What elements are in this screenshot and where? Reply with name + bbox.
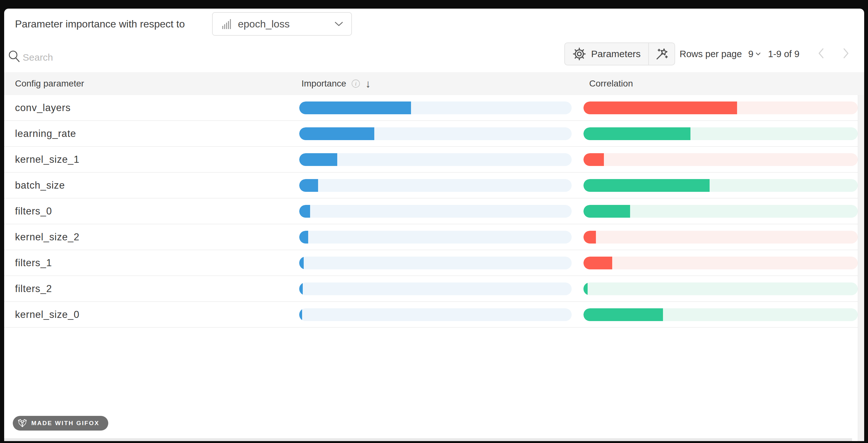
config-parameter-label: conv_layers (15, 95, 70, 120)
rows-per-page-value: 9 (748, 49, 753, 59)
fox-icon (17, 419, 28, 428)
magic-wand-icon (655, 47, 669, 61)
importance-bar-fill (299, 153, 337, 166)
importance-bar-track (299, 205, 571, 218)
correlation-bar-fill (584, 282, 588, 295)
parameters-button-label: Parameters (591, 49, 641, 59)
importance-bar-fill (299, 101, 411, 114)
made-with-gifox-badge: MADE WITH GIFOX (13, 416, 108, 431)
metric-dropdown-value: epoch_loss (238, 18, 334, 30)
config-parameter-label: filters_2 (15, 276, 52, 301)
correlation-bar-fill (584, 308, 663, 321)
correlation-bar-fill (584, 205, 630, 218)
config-parameter-label: batch_size (15, 173, 65, 198)
column-header-config-parameter: Config parameter (15, 72, 84, 95)
chevron-left-icon (816, 47, 826, 60)
importance-bar-fill (299, 127, 374, 140)
gifox-badge-label: MADE WITH GIFOX (31, 420, 99, 427)
pagination-controls (815, 42, 852, 65)
importance-bar-track (299, 308, 571, 321)
bottom-panel-edge (4, 438, 852, 441)
table-row[interactable]: filters_0 (4, 198, 858, 224)
metric-dropdown[interactable]: epoch_loss (212, 12, 352, 36)
svg-text:i: i (355, 81, 357, 87)
search-input[interactable] (22, 49, 311, 66)
correlation-bar-fill (584, 127, 690, 140)
importance-bar-track (299, 101, 571, 114)
bar-chart-icon (222, 19, 231, 29)
parameter-importance-panel: Parameter importance with respect to epo… (4, 9, 864, 441)
chevron-down-small-icon (755, 52, 761, 56)
rows-per-page-select[interactable]: 9 (748, 49, 761, 59)
correlation-bar-track (584, 127, 858, 140)
correlation-bar-fill (584, 179, 710, 192)
gear-icon (572, 47, 586, 61)
table-row[interactable]: filters_1 (4, 250, 858, 276)
importance-bar-track (299, 179, 571, 192)
importance-bar-track (299, 282, 571, 295)
manage-columns-button-group: Parameters (564, 42, 675, 65)
column-header-importance: Importance i ↓ (302, 72, 371, 95)
config-parameter-label: kernel_size_2 (15, 224, 80, 250)
importance-bar-fill (299, 231, 308, 244)
correlation-bar-track (584, 179, 858, 192)
correlation-bar-fill (584, 153, 604, 166)
importance-bar-fill (299, 308, 302, 321)
next-page-button[interactable] (840, 45, 852, 62)
correlation-bar-track (584, 205, 858, 218)
magic-wand-button[interactable] (648, 43, 675, 65)
column-header-correlation: Correlation (589, 72, 633, 95)
importance-bar-track (299, 153, 571, 166)
correlation-bar-fill (584, 257, 612, 270)
importance-bar-track (299, 127, 571, 140)
rows-per-page-control: Rows per page 9 (680, 42, 761, 65)
correlation-bar-track (584, 153, 858, 166)
table-body: conv_layers learning_rate kernel_size_1 … (4, 95, 858, 328)
config-parameter-label: filters_1 (15, 250, 52, 276)
pagination-range: 1-9 of 9 (768, 42, 799, 65)
parameters-button[interactable]: Parameters (565, 43, 648, 65)
importance-bar-fill (299, 282, 303, 295)
importance-bar-track (299, 231, 571, 244)
correlation-bar-track (584, 257, 858, 270)
vertical-scrollbar-track[interactable] (858, 95, 864, 441)
correlation-bar-track (584, 101, 858, 114)
table-row[interactable]: filters_2 (4, 276, 858, 302)
table-row[interactable]: kernel_size_1 (4, 147, 858, 173)
chevron-right-icon (841, 47, 850, 60)
table-row[interactable]: batch_size (4, 173, 858, 198)
correlation-bar-track (584, 308, 858, 321)
rows-per-page-label: Rows per page (680, 49, 742, 59)
table-row[interactable]: kernel_size_0 (4, 302, 858, 328)
importance-bar-fill (299, 179, 318, 192)
table-row[interactable]: learning_rate (4, 121, 858, 147)
sort-descending-arrow-icon[interactable]: ↓ (365, 78, 371, 89)
correlation-bar-track (584, 231, 858, 244)
chevron-down-icon (334, 21, 344, 27)
config-parameter-label: kernel_size_0 (15, 302, 80, 327)
config-parameter-label: learning_rate (15, 121, 76, 146)
panel-title: Parameter importance with respect to (15, 17, 185, 31)
importance-header-label: Importance (302, 78, 346, 89)
correlation-bar-fill (584, 101, 737, 114)
info-icon[interactable]: i (351, 79, 360, 88)
table-header: Config parameter Importance i ↓ Correlat… (4, 72, 864, 95)
config-parameter-label: filters_0 (15, 198, 52, 224)
correlation-bar-track (584, 282, 858, 295)
search-icon (7, 50, 21, 64)
importance-bar-track (299, 257, 571, 270)
config-parameter-label: kernel_size_1 (15, 147, 80, 172)
importance-bar-fill (299, 257, 304, 270)
previous-page-button[interactable] (815, 45, 827, 62)
table-row[interactable]: conv_layers (4, 95, 858, 121)
correlation-bar-fill (584, 231, 596, 244)
table-row[interactable]: kernel_size_2 (4, 224, 858, 250)
importance-bar-fill (299, 205, 310, 218)
